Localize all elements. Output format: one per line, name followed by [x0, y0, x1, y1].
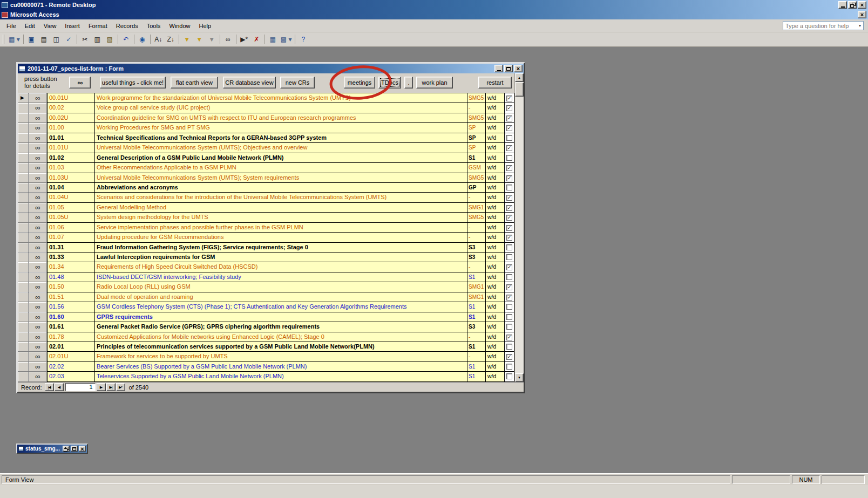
- record-selector[interactable]: [18, 103, 29, 113]
- spec-number-cell[interactable]: 01.06: [47, 223, 94, 233]
- withdrawn-checkbox[interactable]: ✓: [506, 95, 512, 101]
- undo-button[interactable]: ↶: [120, 34, 132, 45]
- wd-cell[interactable]: w/d: [485, 193, 504, 202]
- record-selector[interactable]: [18, 253, 29, 262]
- menu-tools[interactable]: Tools: [143, 21, 165, 31]
- restore-button[interactable]: [848, 1, 857, 9]
- scrollbar-thumb[interactable]: [515, 83, 524, 97]
- group-cell[interactable]: SP: [467, 143, 485, 153]
- withdrawn-checkbox-cell[interactable]: [504, 133, 514, 143]
- record-selector[interactable]: ▶: [18, 93, 29, 103]
- row-details-button[interactable]: ∞: [29, 282, 47, 292]
- spec-title-cell[interactable]: Framework for services to be supported b…: [94, 352, 467, 361]
- new-record-button[interactable]: ▶*: [116, 383, 125, 391]
- row-details-button[interactable]: ∞: [29, 193, 47, 202]
- access-titlebar[interactable]: Microsoft Access ×: [0, 10, 868, 19]
- record-selector[interactable]: [18, 352, 29, 361]
- spec-number-cell[interactable]: 01.60: [47, 312, 94, 322]
- help-question-box[interactable]: Type a question for help ▾: [783, 21, 864, 30]
- spec-title-cell[interactable]: Coordination guideline for SMG on UMTS w…: [94, 113, 467, 123]
- record-selector[interactable]: [18, 292, 29, 302]
- sort-descending-button[interactable]: Z↓: [165, 34, 177, 45]
- delete-record-button[interactable]: ✗: [251, 34, 262, 45]
- withdrawn-checkbox-cell[interactable]: ✓: [504, 103, 514, 113]
- row-details-button[interactable]: ∞: [29, 352, 47, 361]
- withdrawn-checkbox[interactable]: ✓: [506, 175, 512, 181]
- spec-number-cell[interactable]: 01.04: [47, 183, 94, 193]
- spec-title-cell[interactable]: Technical Specifications and Technical R…: [94, 133, 467, 143]
- wd-cell[interactable]: w/d: [485, 163, 504, 173]
- withdrawn-checkbox[interactable]: ✓: [506, 205, 512, 211]
- spec-title-cell[interactable]: Requirements of High Speed Circuit Switc…: [94, 262, 467, 272]
- cr-database-view-button[interactable]: CR database view: [223, 77, 276, 88]
- record-selector[interactable]: [18, 133, 29, 143]
- group-cell[interactable]: S3: [467, 322, 485, 332]
- wd-cell[interactable]: w/d: [485, 272, 504, 282]
- row-details-button[interactable]: ∞: [29, 302, 47, 312]
- spec-number-cell[interactable]: 01.61: [47, 322, 94, 332]
- wd-cell[interactable]: w/d: [485, 262, 504, 272]
- withdrawn-checkbox-cell[interactable]: [504, 153, 514, 163]
- spelling-button[interactable]: ✓: [63, 34, 74, 45]
- record-selector[interactable]: [18, 213, 29, 222]
- group-cell[interactable]: S1: [467, 372, 485, 381]
- spec-number-cell[interactable]: 01.48: [47, 272, 94, 282]
- group-cell[interactable]: SMG5: [467, 113, 485, 123]
- spec-number-cell[interactable]: 01.78: [47, 332, 94, 342]
- group-cell[interactable]: S1: [467, 362, 485, 372]
- withdrawn-checkbox[interactable]: [506, 324, 512, 330]
- withdrawn-checkbox-cell[interactable]: [504, 362, 514, 372]
- new-record-button[interactable]: ▶*: [239, 34, 250, 45]
- withdrawn-checkbox-cell[interactable]: ✓: [504, 123, 514, 133]
- group-cell[interactable]: GP: [467, 183, 485, 193]
- spec-number-cell[interactable]: 02.02: [47, 362, 94, 372]
- row-details-button[interactable]: ∞: [29, 103, 47, 113]
- record-number-input[interactable]: 1: [65, 383, 96, 391]
- withdrawn-checkbox[interactable]: [506, 274, 512, 280]
- row-details-button[interactable]: ∞: [29, 173, 47, 183]
- withdrawn-checkbox-cell[interactable]: ✓: [504, 233, 514, 242]
- spec-title-cell[interactable]: Radio Local Loop (RLL) using GSM: [94, 282, 467, 292]
- next-record-button[interactable]: ▶: [97, 383, 106, 391]
- print-button[interactable]: ▤: [38, 34, 50, 45]
- group-cell[interactable]: SMG1: [467, 282, 485, 292]
- spec-title-cell[interactable]: Updating procedure for GSM Recommendatio…: [94, 233, 467, 242]
- spec-number-cell[interactable]: 01.03U: [47, 173, 94, 183]
- spec-title-cell[interactable]: Fraud Information Gathering System (FIGS…: [94, 243, 467, 253]
- row-details-button[interactable]: ∞: [29, 342, 47, 352]
- filter-by-form-button[interactable]: ▼: [194, 34, 205, 45]
- row-details-button[interactable]: ∞: [29, 183, 47, 193]
- withdrawn-checkbox-cell[interactable]: [504, 302, 514, 312]
- row-details-button[interactable]: ∞: [29, 292, 47, 302]
- group-cell[interactable]: SP: [467, 133, 485, 143]
- withdrawn-checkbox-cell[interactable]: ✓: [504, 213, 514, 222]
- withdrawn-checkbox[interactable]: ✓: [506, 335, 512, 340]
- spec-number-cell[interactable]: 01.31: [47, 243, 94, 253]
- row-details-button[interactable]: ∞: [29, 362, 47, 372]
- wd-cell[interactable]: w/d: [485, 93, 504, 103]
- record-selector[interactable]: [18, 163, 29, 173]
- menu-file[interactable]: File: [2, 21, 21, 31]
- minimized-window[interactable]: status_smg... ×: [16, 444, 88, 454]
- withdrawn-checkbox-cell[interactable]: ✓: [504, 262, 514, 272]
- withdrawn-checkbox-cell[interactable]: ✓: [504, 223, 514, 233]
- flat-earth-view-button[interactable]: flat earth view: [171, 77, 218, 88]
- withdrawn-checkbox[interactable]: [506, 314, 512, 320]
- withdrawn-checkbox-cell[interactable]: ✓: [504, 352, 514, 361]
- withdrawn-checkbox[interactable]: ✓: [506, 354, 512, 360]
- row-details-button[interactable]: ∞: [29, 153, 47, 163]
- row-details-button[interactable]: ∞: [29, 332, 47, 342]
- spec-title-cell[interactable]: General Description of a GSM Public Land…: [94, 153, 467, 163]
- spec-title-cell[interactable]: Bearer Services (BS) Supported by a GSM …: [94, 362, 467, 372]
- record-selector[interactable]: [18, 173, 29, 183]
- wd-cell[interactable]: w/d: [485, 292, 504, 302]
- find-button[interactable]: ∞: [222, 34, 234, 45]
- spec-title-cell[interactable]: GSM Cordless Telephony System (CTS) (Pha…: [94, 302, 467, 312]
- first-record-button[interactable]: |◀: [45, 383, 54, 391]
- spec-title-cell[interactable]: Lawful Interception requirements for GSM: [94, 253, 467, 262]
- withdrawn-checkbox-cell[interactable]: ✓: [504, 113, 514, 123]
- row-details-button[interactable]: ∞: [29, 272, 47, 282]
- scrollbar-track[interactable]: [515, 97, 524, 373]
- withdrawn-checkbox[interactable]: [506, 344, 512, 350]
- group-cell[interactable]: SMG5: [467, 213, 485, 222]
